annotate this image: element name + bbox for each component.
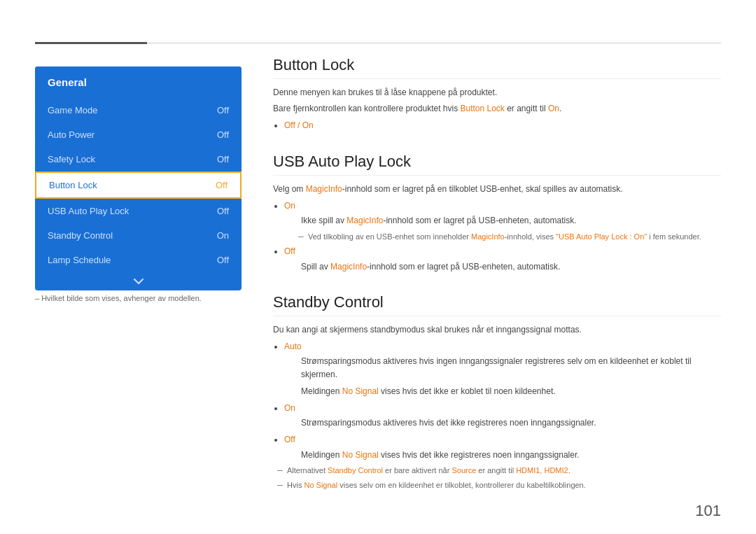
sidebar-chevron-icon[interactable]	[35, 272, 241, 290]
sidebar-item-label: Game Mode	[48, 105, 98, 115]
section-title-standby-control: Standby Control	[273, 293, 721, 316]
button-lock-link: Button Lock	[460, 104, 504, 113]
bullet-label: Auto	[284, 342, 302, 351]
section-standby-control: Standby ControlDu kan angi at skjermens …	[273, 293, 721, 491]
bullet-item: Off / On	[284, 118, 721, 132]
sidebar-item-usb-auto-play-lock[interactable]: USB Auto Play LockOff	[35, 199, 241, 223]
page-number: 101	[695, 502, 721, 520]
sidebar-item-button-lock[interactable]: Button LockOff	[35, 171, 241, 199]
section-button-lock: Button LockDenne menyen kan brukes til å…	[273, 56, 721, 133]
bullet-label: On	[284, 403, 295, 413]
bullet-label: Off	[284, 435, 295, 444]
section-note: Hvis No Signal vises selv om en kildeenh…	[280, 479, 721, 492]
footer-note: – Hvilket bilde som vises, avhenger av m…	[35, 294, 202, 302]
sidebar-item-label: Lamp Schedule	[48, 255, 111, 265]
sidebar-item-lamp-schedule[interactable]: Lamp ScheduleOff	[35, 248, 241, 272]
bullet-label: On	[284, 201, 295, 211]
bullet-sub-text: Strømsparingsmodus aktiveres hvis ingen …	[301, 355, 721, 381]
top-line-light	[147, 43, 721, 43]
sidebar-item-value: On	[217, 230, 229, 241]
sidebar-item-label: Button Lock	[49, 180, 97, 190]
bullet-list-button-lock: Off / On	[284, 118, 721, 132]
sidebar-item-label: Standby Control	[48, 230, 113, 241]
bullet-item: OffSpill av MagicInfo-innhold som er lag…	[284, 244, 721, 274]
bullet-item: OnIkke spill av MagicInfo-innhold som er…	[284, 199, 721, 243]
bullet-sub-text: Strømsparingsmodus aktiveres hvis det ik…	[301, 416, 721, 430]
bullet-sub-text: Meldingen No Signal vises hvis det ikke …	[301, 449, 721, 462]
on-link: On	[548, 104, 559, 113]
bullet-sub-text: Meldingen No Signal vises hvis det ikke …	[301, 385, 721, 398]
sidebar-item-label: Safety Lock	[48, 154, 95, 164]
bullet-item: OffMeldingen No Signal vises hvis det ik…	[284, 433, 721, 462]
section-paragraph: Du kan angi at skjermens standbymodus sk…	[273, 323, 721, 337]
section-paragraph: Velg om MagicInfo-innhold som er lagret …	[273, 183, 721, 196]
bullet-label: Off / On	[284, 120, 314, 130]
top-lines	[35, 42, 721, 44]
bullet-list-standby-control: AutoStrømsparingsmodus aktiveres hvis in…	[284, 339, 721, 462]
section-paragraph: Denne menyen kan brukes til å låse knapp…	[273, 86, 721, 99]
bullet-item: OnStrømsparingsmodus aktiveres hvis det …	[284, 401, 721, 430]
sidebar-title: General	[35, 66, 241, 98]
bullet-sub-text: Spill av MagicInfo-innhold som er lagret…	[301, 260, 721, 274]
section-note: Alternativet Standby Control er bare akt…	[280, 465, 721, 477]
bullet-sub-text: Ikke spill av MagicInfo-innhold som er l…	[301, 214, 721, 227]
bullet-item: AutoStrømsparingsmodus aktiveres hvis in…	[284, 339, 721, 398]
sidebar-item-game-mode[interactable]: Game ModeOff	[35, 98, 241, 122]
section-paragraph: Bare fjernkontrollen kan kontrollere pro…	[273, 102, 721, 115]
sidebar-item-safety-lock[interactable]: Safety LockOff	[35, 147, 241, 171]
sidebar-item-value: Off	[217, 129, 229, 140]
sidebar-item-auto-power[interactable]: Auto PowerOff	[35, 122, 241, 147]
sidebar-item-standby-control[interactable]: Standby ControlOn	[35, 223, 241, 248]
sidebar-item-label: Auto Power	[48, 129, 94, 140]
magicinfo-link: MagicInfo	[306, 184, 342, 194]
sidebar-item-value: Off	[217, 206, 229, 216]
content-area: Button LockDenne menyen kan brukes til å…	[273, 56, 721, 499]
section-title-button-lock: Button Lock	[273, 56, 721, 79]
sidebar-item-label: USB Auto Play Lock	[48, 206, 129, 216]
section-usb-auto-play-lock: USB Auto Play LockVelg om MagicInfo-innh…	[273, 153, 721, 274]
bullet-note: Ved tilkobling av en USB-enhet som inneh…	[301, 231, 721, 244]
sidebar-item-value: Off	[217, 154, 229, 164]
top-line-dark	[35, 42, 147, 44]
section-title-usb-auto-play-lock: USB Auto Play Lock	[273, 153, 721, 176]
sidebar: General Game ModeOffAuto PowerOffSafety …	[35, 66, 241, 290]
bullet-label: Off	[284, 246, 295, 256]
bullet-list-usb-auto-play-lock: OnIkke spill av MagicInfo-innhold som er…	[284, 199, 721, 274]
sidebar-item-value: Off	[216, 180, 227, 190]
sidebar-item-value: Off	[217, 255, 229, 265]
sidebar-item-value: Off	[217, 105, 229, 115]
